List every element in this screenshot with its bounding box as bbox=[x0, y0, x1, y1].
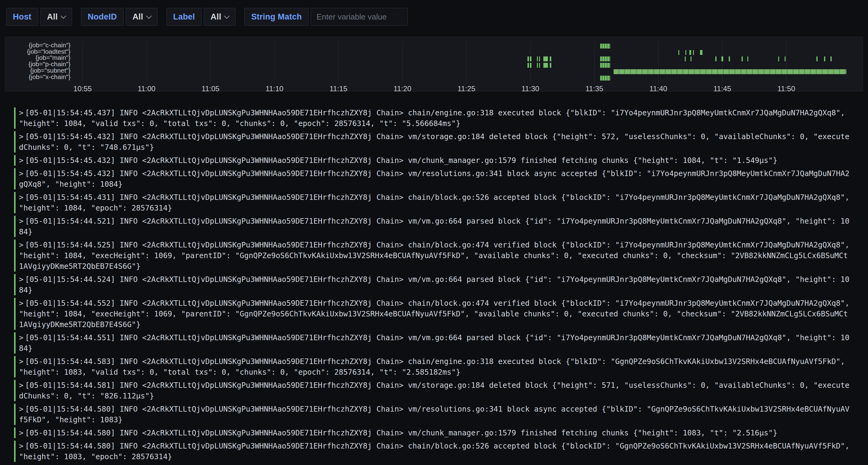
log-level-indicator-info bbox=[14, 107, 16, 129]
chevron-right-icon[interactable]: > bbox=[19, 192, 25, 203]
log-volume-tick bbox=[824, 57, 825, 61]
variable-label-label: Label bbox=[166, 8, 202, 26]
chevron-right-icon[interactable]: > bbox=[19, 216, 25, 226]
log-volume-tick bbox=[550, 63, 551, 68]
log-row[interactable]: >[05-01|15:54:45.431] INFO <2AcRkXTLLtQj… bbox=[14, 192, 863, 213]
log-volume-tick bbox=[700, 50, 703, 55]
string-match-group: String Match bbox=[244, 8, 408, 26]
log-level-indicator-info bbox=[14, 404, 16, 425]
log-row[interactable]: >[05-01|15:54:45.437] INFO <2AcRkXTLLtQj… bbox=[14, 107, 863, 129]
log-row[interactable]: >[05-01|15:54:44.580] INFO <2AcRkXTLLtQj… bbox=[14, 404, 863, 425]
log-volume-bar bbox=[614, 69, 846, 74]
log-volume-tick bbox=[527, 57, 529, 61]
log-row[interactable]: >[05-01|15:54:45.432] INFO <2AcRkXTLLtQj… bbox=[14, 168, 863, 190]
timeline-row-jobloadtest bbox=[73, 50, 858, 55]
log-message: >[05-01|15:54:44.583] INFO <2AcRkXTLLtQj… bbox=[19, 356, 850, 377]
log-message: >[05-01|15:54:44.580] INFO <2AcRkXTLLtQj… bbox=[19, 404, 850, 425]
chevron-right-icon[interactable]: > bbox=[19, 356, 25, 367]
log-row[interactable]: >[05-01|15:54:44.580] INFO <2AcRkXTLLtQj… bbox=[14, 441, 863, 462]
log-volume-tick bbox=[544, 57, 548, 61]
chevron-right-icon[interactable]: > bbox=[19, 131, 25, 142]
chevron-right-icon[interactable]: > bbox=[19, 298, 25, 308]
string-match-input[interactable] bbox=[311, 8, 408, 26]
log-message: >[05-01|15:54:44.581] INFO <2AcRkXTLLtQj… bbox=[19, 380, 850, 401]
variable-dropdown-label[interactable]: All bbox=[204, 8, 236, 26]
chevron-right-icon[interactable]: > bbox=[19, 428, 25, 438]
log-row[interactable]: >[05-01|15:54:44.551] INFO <2AcRkXTLLtQj… bbox=[14, 332, 863, 354]
log-volume-timeline-panel: {job="c-chain"} {job="loadtest"} {job="m… bbox=[5, 37, 863, 92]
log-volume-tick bbox=[537, 63, 538, 68]
variable-value-nodeid: All bbox=[132, 12, 143, 22]
chevron-right-icon[interactable]: > bbox=[19, 107, 25, 118]
variable-selectors: HostAllNodeIDAllLabelAll bbox=[6, 8, 236, 26]
log-volume-tick bbox=[747, 57, 748, 61]
log-volume-tick bbox=[530, 57, 531, 61]
log-volume-tick bbox=[689, 50, 691, 55]
variable-dropdown-host[interactable]: All bbox=[40, 8, 72, 26]
log-volume-tick bbox=[527, 63, 529, 68]
log-message: >[05-01|15:54:44.521] INFO <2AcRkXTLLtQj… bbox=[19, 216, 850, 237]
x-tick-label: 11:05 bbox=[202, 85, 219, 93]
log-row[interactable]: >[05-01|15:54:44.524] INFO <2AcRkXTLLtQj… bbox=[14, 274, 863, 295]
log-volume-tick bbox=[831, 57, 831, 61]
log-volume-tick bbox=[530, 63, 531, 68]
log-volume-burst bbox=[600, 44, 611, 48]
log-volume-burst bbox=[600, 76, 611, 80]
timeline-row-jobx-chain bbox=[73, 76, 858, 80]
log-volume-tick bbox=[729, 57, 730, 61]
log-volume-tick bbox=[816, 57, 817, 61]
log-message: >[05-01|15:54:45.437] INFO <2AcRkXTLLtQj… bbox=[19, 107, 850, 129]
chevron-right-icon[interactable]: > bbox=[19, 404, 25, 414]
log-volume-tick bbox=[690, 57, 691, 61]
log-level-indicator-info bbox=[14, 239, 16, 271]
log-message: >[05-01|15:54:44.525] INFO <2AcRkXTLLtQj… bbox=[19, 239, 850, 271]
timeline-plot[interactable]: 10:5511:0011:0511:1011:1511:2011:2511:30… bbox=[73, 37, 858, 91]
variable-group-nodeid: NodeIDAll bbox=[81, 8, 158, 26]
log-row[interactable]: >[05-01|15:54:45.432] INFO <2AcRkXTLLtQj… bbox=[14, 131, 863, 153]
log-row[interactable]: >[05-01|15:54:44.580] INFO <2AcRkXTLLtQj… bbox=[14, 428, 863, 438]
log-volume-tick bbox=[715, 57, 716, 61]
chevron-right-icon[interactable]: > bbox=[19, 239, 25, 250]
variable-label-nodeid: NodeID bbox=[81, 8, 124, 26]
log-row[interactable]: >[05-01|15:54:44.581] INFO <2AcRkXTLLtQj… bbox=[14, 380, 863, 401]
log-level-indicator-info bbox=[14, 168, 16, 190]
log-row[interactable]: >[05-01|15:54:44.552] INFO <2AcRkXTLLtQj… bbox=[14, 298, 863, 330]
log-volume-tick bbox=[550, 57, 551, 61]
log-volume-tick bbox=[685, 50, 686, 55]
log-volume-tick bbox=[544, 63, 548, 68]
chevron-right-icon[interactable]: > bbox=[19, 441, 25, 451]
log-volume-tick bbox=[685, 57, 686, 61]
log-level-indicator-info bbox=[14, 356, 16, 377]
variable-value-label: All bbox=[211, 12, 221, 22]
log-level-indicator-info bbox=[14, 428, 16, 438]
log-row[interactable]: >[05-01|15:54:45.432] INFO <2AcRkXTLLtQj… bbox=[14, 155, 863, 166]
chevron-down-icon bbox=[224, 13, 230, 19]
log-level-indicator-info bbox=[14, 192, 16, 213]
log-row[interactable]: >[05-01|15:54:44.525] INFO <2AcRkXTLLtQj… bbox=[14, 239, 863, 271]
log-message: >[05-01|15:54:44.551] INFO <2AcRkXTLLtQj… bbox=[19, 332, 850, 354]
x-tick-label: 11:00 bbox=[138, 85, 155, 93]
x-tick-label: 11:30 bbox=[521, 85, 539, 93]
log-level-indicator-info bbox=[14, 274, 16, 295]
log-volume-tick bbox=[785, 57, 785, 61]
x-tick-label: 11:35 bbox=[586, 85, 603, 93]
log-message: >[05-01|15:54:45.432] INFO <2AcRkXTLLtQj… bbox=[19, 168, 850, 190]
chevron-down-icon bbox=[60, 13, 66, 19]
log-row[interactable]: >[05-01|15:54:44.583] INFO <2AcRkXTLLtQj… bbox=[14, 356, 863, 377]
log-level-indicator-info bbox=[14, 155, 16, 166]
log-row[interactable]: >[05-01|15:54:44.521] INFO <2AcRkXTLLtQj… bbox=[14, 216, 863, 237]
chevron-right-icon[interactable]: > bbox=[19, 168, 25, 179]
log-message: >[05-01|15:54:44.552] INFO <2AcRkXTLLtQj… bbox=[19, 298, 850, 330]
log-level-indicator-info bbox=[14, 131, 16, 153]
log-message: >[05-01|15:54:45.431] INFO <2AcRkXTLLtQj… bbox=[19, 192, 850, 213]
chevron-right-icon[interactable]: > bbox=[19, 274, 25, 285]
chevron-right-icon[interactable]: > bbox=[19, 380, 25, 391]
chevron-right-icon[interactable]: > bbox=[19, 155, 25, 166]
timeline-row-jobp-chain bbox=[73, 63, 858, 68]
variable-label-host: Host bbox=[6, 8, 38, 26]
variable-dropdown-nodeid[interactable]: All bbox=[126, 8, 158, 26]
log-level-indicator-info bbox=[14, 441, 16, 462]
timeline-row-jobmain bbox=[73, 57, 858, 61]
log-volume-tick bbox=[693, 50, 694, 55]
chevron-right-icon[interactable]: > bbox=[19, 332, 25, 343]
